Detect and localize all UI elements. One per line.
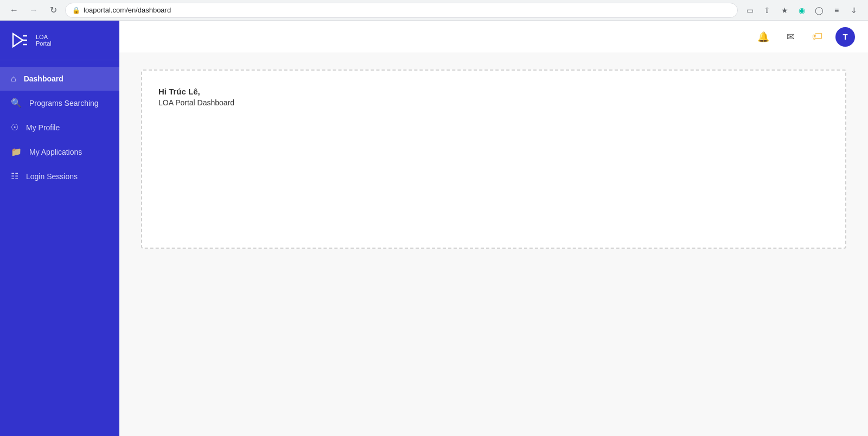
extensions-icon[interactable]: ◯ <box>812 3 827 18</box>
logo-line1: LOA <box>36 34 52 40</box>
browser-right-icons: ▭ ⇧ ★ ◉ ◯ ≡ ⇓ <box>742 3 861 18</box>
app-container: LOA Portal ⌂ Dashboard 🔍 Programs Search… <box>0 21 868 436</box>
bookmark-star-icon[interactable]: ★ <box>777 3 792 18</box>
share-icon[interactable]: ⇧ <box>760 3 775 18</box>
sidebar-item-login-sessions[interactable]: ☷ Login Sessions <box>0 164 119 188</box>
sidebar-label-my-applications: My Applications <box>29 148 82 156</box>
download-icon[interactable]: ⇓ <box>846 3 861 18</box>
lock-icon: 🔒 <box>72 7 80 14</box>
search-icon: 🔍 <box>11 98 22 108</box>
reload-button[interactable]: ↻ <box>46 3 61 18</box>
bookmark-button[interactable]: 🏷 <box>808 28 827 46</box>
cast-icon[interactable]: ▭ <box>742 3 757 18</box>
svg-marker-0 <box>13 34 23 47</box>
url-text: loaportal.com/en/dashboard <box>84 6 171 14</box>
bookmark-icon: 🏷 <box>812 30 823 43</box>
sidebar: LOA Portal ⌂ Dashboard 🔍 Programs Search… <box>0 21 119 436</box>
notification-button[interactable]: 🔔 <box>754 28 773 46</box>
user-avatar-button[interactable]: T <box>835 27 855 47</box>
folder-icon: 📁 <box>11 147 22 157</box>
menu-icon[interactable]: ≡ <box>829 3 844 18</box>
sidebar-label-my-profile: My Profile <box>26 123 60 132</box>
sessions-icon: ☷ <box>11 171 18 181</box>
sidebar-nav: ⌂ Dashboard 🔍 Programs Searching ☉ My Pr… <box>0 65 119 191</box>
sidebar-item-my-profile[interactable]: ☉ My Profile <box>0 115 119 140</box>
logo-line2: Portal <box>36 40 52 47</box>
main-area: 🔔 ✉ 🏷 T Hi Trúc Lê, LOA Portal Dashboard <box>119 21 868 436</box>
extension1-icon[interactable]: ◉ <box>794 3 809 18</box>
sidebar-item-dashboard[interactable]: ⌂ Dashboard <box>0 67 119 91</box>
home-icon: ⌂ <box>11 74 16 84</box>
dashboard-content: Hi Trúc Lê, LOA Portal Dashboard <box>119 53 868 436</box>
welcome-greeting: Hi Trúc Lê, <box>158 87 829 96</box>
browser-chrome: ← → ↻ 🔒 loaportal.com/en/dashboard ▭ ⇧ ★… <box>0 0 868 21</box>
back-button[interactable]: ← <box>7 3 22 18</box>
avatar-label: T <box>843 32 847 41</box>
sidebar-item-programs-searching[interactable]: 🔍 Programs Searching <box>0 91 119 115</box>
app-body: LOA Portal ⌂ Dashboard 🔍 Programs Search… <box>0 21 868 436</box>
person-icon: ☉ <box>11 122 18 132</box>
welcome-card: Hi Trúc Lê, LOA Portal Dashboard <box>141 69 846 249</box>
mail-icon: ✉ <box>787 31 795 43</box>
logo-text: LOA Portal <box>36 34 52 47</box>
welcome-subtitle: LOA Portal Dashboard <box>158 98 829 107</box>
logo-icon <box>11 30 30 50</box>
address-bar[interactable]: 🔒 loaportal.com/en/dashboard <box>65 3 738 18</box>
bell-icon: 🔔 <box>757 31 769 43</box>
sidebar-item-my-applications[interactable]: 📁 My Applications <box>0 140 119 164</box>
sidebar-logo: LOA Portal <box>0 21 119 60</box>
sidebar-label-login-sessions: Login Sessions <box>26 172 78 181</box>
mail-button[interactable]: ✉ <box>781 28 800 46</box>
sidebar-label-dashboard: Dashboard <box>24 74 63 83</box>
sidebar-label-programs-searching: Programs Searching <box>29 99 99 108</box>
top-header: 🔔 ✉ 🏷 T <box>119 21 868 53</box>
forward-button[interactable]: → <box>26 3 41 18</box>
